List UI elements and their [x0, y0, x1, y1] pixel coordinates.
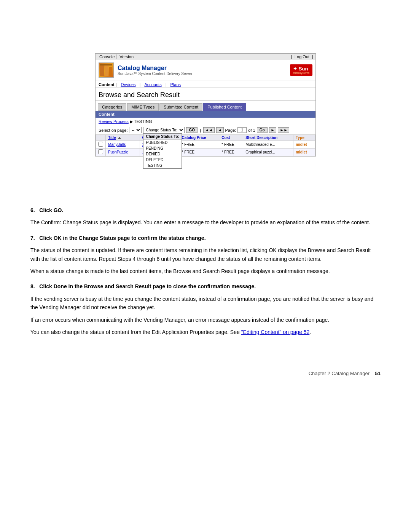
- app-icon: [99, 62, 114, 78]
- go2-button[interactable]: Go: [257, 127, 268, 133]
- row2-catalog-price: * FREE: [179, 149, 219, 156]
- console-link[interactable]: Console: [98, 54, 116, 59]
- first-button[interactable]: ◄◄: [203, 127, 215, 133]
- editing-content-link[interactable]: "Editing Content" on page 52: [241, 329, 310, 335]
- sort-arrow: [118, 137, 121, 139]
- content-tabs: Categories MIME Types Submitted Content …: [96, 101, 315, 111]
- app-header: Catalog Manager Sun Java™ System Content…: [96, 60, 315, 80]
- row1-title-link[interactable]: ManyBalls: [108, 142, 126, 147]
- content-table: Title Categories Catalog Price Cost Shor…: [96, 134, 315, 156]
- page-title: Browse and Search Result: [99, 91, 312, 99]
- svg-rect-3: [100, 64, 112, 66]
- table-row: PushPuzzle 10 Downloads * FREE * FREE Gr…: [96, 149, 315, 156]
- step7-number: 7.: [30, 235, 35, 241]
- nav-tab-content[interactable]: Content: [99, 82, 115, 87]
- change-status-dropdown-container: Change Status To: Change Status To: PUBL…: [143, 127, 185, 133]
- page-label: Page:: [225, 128, 236, 133]
- row2-title-link[interactable]: PushPuzzle: [108, 150, 128, 154]
- step8-para3-after: .: [309, 329, 311, 335]
- change-status-select[interactable]: Change Status To:: [143, 127, 185, 133]
- table-row: ManyBalls 10 Downloads * FREE * FREE Mul…: [96, 141, 315, 149]
- step7-para2: When a status change is made to the last…: [30, 267, 381, 275]
- last-button[interactable]: ►►: [278, 127, 289, 133]
- tab-categories[interactable]: Categories: [98, 103, 126, 111]
- row1-cost: * FREE: [219, 141, 243, 149]
- app-subtitle: Sun Java™ System Content Delivery Server: [118, 72, 193, 76]
- go-button[interactable]: GO: [186, 127, 198, 133]
- step7-heading: 7. Click OK in the Change Status page to…: [30, 234, 381, 242]
- ui-screenshot: Console Version | Log Out | C: [95, 53, 316, 157]
- row1-checkbox-cell: [96, 141, 106, 149]
- footer-page: 51: [375, 371, 381, 376]
- svg-rect-2: [109, 67, 112, 76]
- nav-tab-accounts[interactable]: Accounts: [142, 81, 164, 88]
- dropdown-item-denied[interactable]: DENIED: [143, 151, 182, 157]
- col-catalog-price: Catalog Price: [179, 135, 219, 141]
- step8-para2: If an error occurs when communicating wi…: [30, 316, 381, 324]
- step6-para1: The Confirm: Change Status page is displ…: [30, 218, 381, 227]
- svg-rect-1: [105, 66, 108, 76]
- step8-para3-before: You can also change the status of conten…: [30, 329, 241, 335]
- app-title: Catalog Manager: [118, 65, 193, 72]
- dropdown-item-deleted[interactable]: DELETED: [143, 157, 182, 163]
- footer: Chapter 2 Catalog Manager 51: [0, 348, 411, 388]
- dropdown-item-pending[interactable]: PENDING: [143, 145, 182, 151]
- row1-type: midlet: [293, 141, 315, 149]
- version-link[interactable]: Version: [118, 54, 135, 59]
- section-header: Content: [96, 111, 315, 118]
- step6-number: 6.: [30, 207, 35, 213]
- row1-short-desc: Multithreaded e...: [243, 141, 293, 149]
- row1-title: ManyBalls: [106, 141, 140, 149]
- select-on-page-label: Select on page:: [99, 128, 127, 133]
- tab-mime-types[interactable]: MIME Types: [127, 103, 159, 111]
- row2-short-desc: Graphical puzzl...: [243, 149, 293, 156]
- select-on-page-select[interactable]: --: [129, 127, 142, 133]
- step8-number: 8.: [30, 283, 35, 289]
- row2-type: midlet: [293, 149, 315, 156]
- sun-logo: ✦ Sun microsystems: [290, 64, 312, 76]
- breadcrumb: Review Process ▶ TESTING: [96, 118, 315, 126]
- next-button[interactable]: ►: [269, 127, 277, 133]
- page-input[interactable]: 1: [237, 127, 247, 133]
- svg-rect-0: [100, 64, 104, 76]
- nav-tabs: Content | Devices | Accounts | Plans: [96, 80, 315, 88]
- row1-catalog-price: * FREE: [179, 141, 219, 149]
- main-content: 6. Click GO. The Confirm: Change Status …: [0, 192, 411, 348]
- col-title: Title: [106, 135, 140, 141]
- step6-heading: 6. Click GO.: [30, 206, 381, 214]
- dropdown-header: Change Status To:: [143, 134, 182, 140]
- nav-tab-devices[interactable]: Devices: [118, 81, 138, 88]
- col-checkbox: [96, 135, 106, 141]
- row2-cost: * FREE: [219, 149, 243, 156]
- dropdown-item-published[interactable]: PUBLISHED: [143, 140, 182, 145]
- breadcrumb-sep: ▶: [130, 119, 134, 124]
- step7-para1: The status of the content is updated. If…: [30, 246, 381, 263]
- nav-tab-plans[interactable]: Plans: [168, 81, 183, 88]
- row1-checkbox[interactable]: [98, 142, 103, 147]
- step8-text: Click Done in the Browse and Search Resu…: [39, 283, 256, 289]
- tab-submitted-content[interactable]: Submitted Content: [159, 103, 202, 111]
- of-label: of 1: [248, 128, 255, 133]
- change-status-menu: Change Status To: PUBLISHED PENDING DENI…: [143, 133, 182, 169]
- dropdown-item-testing[interactable]: TESTING: [143, 163, 182, 168]
- row2-title: PushPuzzle: [106, 149, 140, 156]
- breadcrumb-link[interactable]: Review Process: [99, 119, 129, 124]
- prev-button[interactable]: ◄: [216, 127, 224, 133]
- col-type: Type: [293, 135, 315, 141]
- tab-published-content[interactable]: Published Content: [203, 103, 246, 111]
- footer-chapter: Chapter 2 Catalog Manager: [309, 371, 370, 376]
- breadcrumb-current: TESTING: [134, 119, 152, 124]
- step8-para1: If the vending server is busy at the tim…: [30, 295, 381, 312]
- step6-text: Click GO.: [39, 207, 63, 213]
- toolbar-row: Select on page: -- Change Status To: Cha…: [96, 126, 315, 134]
- col-cost: Cost: [219, 135, 243, 141]
- row2-checkbox-cell: [96, 149, 106, 156]
- step7-text: Click OK in the Change Status page to co…: [39, 235, 206, 241]
- step8-heading: 8. Click Done in the Browse and Search R…: [30, 282, 381, 291]
- page-title-area: Browse and Search Result: [96, 88, 315, 101]
- sun-logo-text: ✦ Sun: [293, 66, 308, 72]
- logout-link[interactable]: Log Out: [293, 54, 311, 59]
- top-bar: Console Version | Log Out |: [96, 54, 315, 60]
- col-short-desc: Short Description: [243, 135, 293, 141]
- row2-checkbox[interactable]: [98, 149, 103, 154]
